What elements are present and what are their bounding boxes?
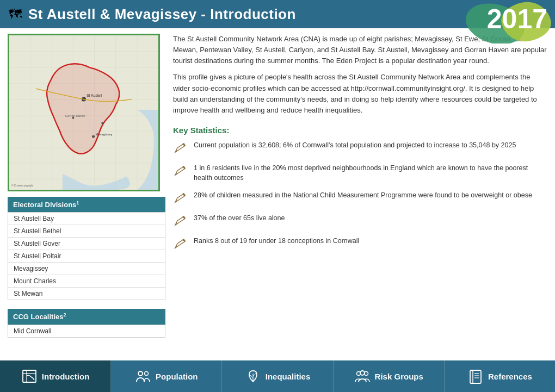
ccg-header: CCG Localities2 (8, 309, 165, 324)
list-item: Mount Charles (8, 275, 165, 288)
key-stats-title: Key Statistics: (173, 126, 547, 135)
svg-point-25 (138, 371, 143, 376)
stat-text: 1 in 6 residents live in the 20% most de… (194, 163, 547, 183)
stat-item: 37% of the over 65s live alone (173, 213, 547, 228)
stat-text: 37% of the over 65s live alone (194, 213, 285, 223)
stat-item: 28% of children measured in the National… (173, 190, 547, 206)
bottom-nav: Introduction Population Inequalities (0, 360, 555, 392)
nav-item-population[interactable]: Population (111, 360, 222, 392)
pencil-icon (173, 213, 188, 228)
ccg-localities-section: CCG Localities2 Mid Cornwall (8, 309, 165, 337)
nav-label-introduction: Introduction (42, 372, 89, 381)
stat-text: Current population is 32,608; 6% of Corn… (194, 140, 516, 150)
electoral-items-list: St Austell Bay St Austell Bethel St Aust… (8, 212, 165, 300)
map-container: St Austell Mevagissey Gorran Haven © Cro… (8, 34, 160, 191)
intro-text-section: The St Austell Community Network Area (C… (173, 34, 547, 116)
leaf-icon (245, 368, 261, 384)
group-icon (354, 368, 371, 384)
svg-text:St Austell: St Austell (87, 94, 102, 97)
stat-item: Current population is 32,608; 6% of Corn… (173, 140, 547, 155)
list-item: St Mewan (8, 288, 165, 300)
svg-text:Mevagissey: Mevagissey (96, 133, 113, 136)
key-stats-section: Key Statistics: Current population is 32… (173, 126, 547, 254)
ccg-items-list: Mid Cornwall (8, 325, 165, 338)
nav-label-population: Population (156, 372, 198, 381)
nav-label-inequalities: Inequalities (266, 372, 311, 381)
pencil-icon (173, 190, 188, 206)
list-item: St Austell Poltair (8, 250, 165, 263)
year-text: 2017 (487, 5, 547, 33)
electoral-divisions-section: Electoral Divisions1 St Austell Bay St A… (8, 197, 165, 300)
pencil-icon (173, 140, 188, 155)
stat-item: Ranks 8 out of 19 for under 18 conceptio… (173, 236, 547, 251)
page-title: St Austell & Mevagissey - Introduction (28, 6, 296, 23)
map-icon (21, 368, 38, 384)
list-item: St Austell Bethel (8, 225, 165, 238)
nav-item-inequalities[interactable]: Inequalities (222, 360, 333, 392)
stat-item: 1 in 6 residents live in the 20% most de… (173, 163, 547, 183)
nav-item-risk-groups[interactable]: Risk Groups (334, 360, 445, 392)
people-icon (135, 368, 151, 384)
svg-rect-24 (23, 370, 36, 382)
intro-paragraph-2: This profile gives a picture of people's… (173, 72, 547, 116)
svg-rect-30 (470, 370, 481, 383)
book-icon (467, 368, 484, 384)
list-item: Mid Cornwall (8, 325, 165, 337)
svg-text:Gorran Haven: Gorran Haven (65, 114, 85, 117)
stat-text: Ranks 8 out of 19 for under 18 conceptio… (194, 236, 359, 246)
svg-point-26 (145, 372, 149, 376)
list-item: Mevagissey (8, 263, 165, 275)
electoral-divisions-header: Electoral Divisions1 (8, 197, 165, 212)
svg-point-20 (101, 122, 103, 125)
list-item: St Austell Bay (8, 213, 165, 225)
uk-flag-icon: 🗺 (9, 7, 22, 22)
svg-text:© Crown copyright: © Crown copyright (11, 184, 34, 187)
nav-item-introduction[interactable]: Introduction (0, 360, 111, 392)
list-item: St Austell Gover (8, 238, 165, 250)
pencil-icon (173, 236, 188, 251)
nav-label-references: References (488, 372, 532, 381)
pencil-icon (173, 163, 188, 178)
stat-text: 28% of children measured in the National… (194, 190, 532, 200)
year-badge: 2017 (435, 0, 555, 43)
nav-item-references[interactable]: References (445, 360, 555, 392)
svg-point-29 (360, 371, 365, 375)
nav-label-risk-groups: Risk Groups (375, 372, 423, 381)
